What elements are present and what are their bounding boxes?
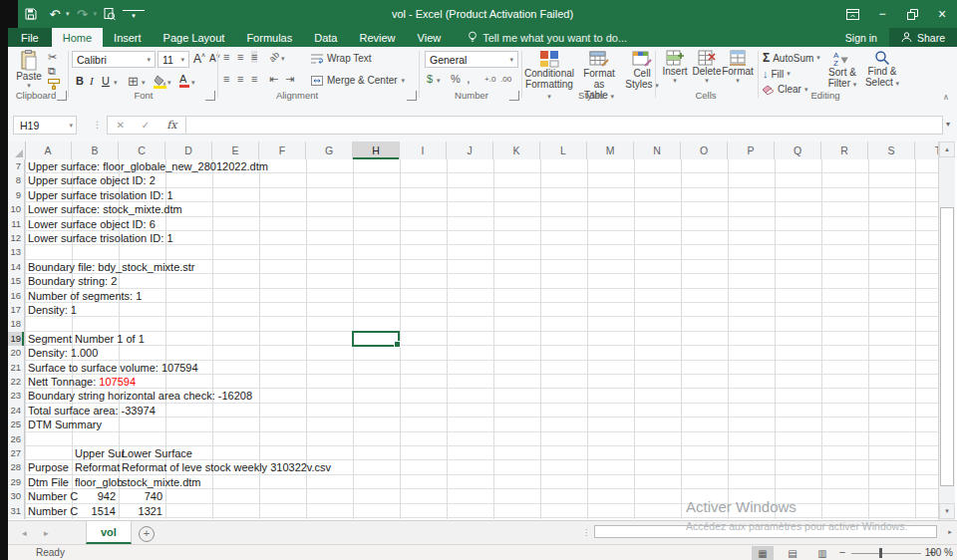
font-dialog-launcher[interactable]: [205, 91, 215, 101]
view-page-layout-icon[interactable]: ▤: [782, 546, 803, 560]
column-header-B[interactable]: B: [72, 141, 119, 159]
format-cells-button[interactable]: Format ▾: [722, 50, 754, 85]
column-header-K[interactable]: K: [493, 141, 540, 159]
cell-A14[interactable]: Boundary file: bdy_stock_mixte.str: [28, 260, 195, 274]
column-header-M[interactable]: M: [587, 141, 634, 159]
column-header-I[interactable]: I: [400, 141, 447, 159]
vertical-scrollbar[interactable]: ▴ ▾: [938, 141, 955, 520]
row-header-29[interactable]: 29: [8, 475, 24, 489]
zoom-slider-track[interactable]: [851, 553, 921, 554]
cell-A9[interactable]: Upper surface trisolation ID: 1: [28, 188, 173, 202]
column-header-C[interactable]: C: [119, 141, 165, 159]
tab-home[interactable]: Home: [52, 28, 103, 47]
row-header-22[interactable]: 22: [8, 375, 24, 389]
view-normal-icon[interactable]: ▦: [752, 546, 774, 560]
column-header-G[interactable]: G: [306, 141, 353, 159]
increase-decimal-icon[interactable]: +.0: [484, 74, 495, 86]
cancel-icon[interactable]: ✕: [116, 120, 124, 131]
scroll-up-icon[interactable]: ▴: [939, 141, 955, 157]
row-header-28[interactable]: 28: [8, 460, 24, 474]
number-dialog-launcher[interactable]: [509, 91, 519, 101]
sheet-grid[interactable]: 7891011121314151617181920212223242526272…: [8, 159, 938, 519]
row-header-24[interactable]: 24: [8, 404, 24, 418]
wrap-text-button[interactable]: Wrap Text: [311, 53, 372, 64]
tell-me-box[interactable]: Tell me what you want to do...: [468, 28, 627, 47]
find-select-button[interactable]: Find &Select ▾: [863, 50, 901, 89]
column-header-H[interactable]: H: [353, 141, 400, 159]
cell-A28[interactable]: Purpose: [28, 460, 69, 474]
horizontal-scroll-thumb[interactable]: [594, 525, 937, 538]
tab-formulas[interactable]: Formulas: [235, 28, 303, 47]
redo-dropdown-icon[interactable]: ▾: [94, 10, 98, 18]
cell-A23[interactable]: Boundary string horizontal area check: -…: [28, 389, 252, 403]
row-header-10[interactable]: 10: [8, 202, 24, 216]
column-header-J[interactable]: J: [447, 141, 493, 159]
cell-A17[interactable]: Density: 1: [28, 303, 77, 317]
row-header-14[interactable]: 14: [8, 260, 24, 274]
new-sheet-button[interactable]: +: [139, 526, 155, 542]
column-header-T[interactable]: T: [915, 141, 938, 159]
decrease-indent-icon[interactable]: ⇤: [269, 73, 278, 85]
borders-dropdown-icon[interactable]: ▾: [142, 79, 146, 87]
shrink-font-button[interactable]: A˅: [209, 53, 220, 64]
underline-button[interactable]: U: [102, 75, 110, 87]
row-header-7[interactable]: 7: [8, 159, 24, 173]
font-size-combobox[interactable]: 11▾: [158, 51, 189, 68]
font-color-icon[interactable]: A: [179, 73, 186, 85]
comma-style-icon[interactable]: ,: [467, 73, 471, 85]
row-header-31[interactable]: 31: [8, 504, 24, 518]
row-header-17[interactable]: 17: [8, 303, 24, 317]
cell-A29[interactable]: Dtm File: [28, 475, 69, 489]
cell-A11[interactable]: Lower surface object ID: 6: [28, 217, 156, 231]
sheet-nav-left-icon[interactable]: ◂: [22, 521, 27, 545]
cell-C30[interactable]: 740: [119, 489, 162, 503]
row-header-13[interactable]: 13: [8, 245, 24, 259]
zoom-slider-thumb[interactable]: [879, 548, 882, 558]
view-page-break-icon[interactable]: ▥: [811, 546, 833, 560]
delete-cells-button[interactable]: Delete ▾: [692, 50, 722, 85]
formula-input[interactable]: [185, 116, 943, 135]
italic-button[interactable]: I: [90, 75, 94, 87]
autosum-button[interactable]: Σ AutoSum ▾: [763, 51, 820, 65]
row-header-23[interactable]: 23: [8, 389, 24, 403]
cell-B31[interactable]: 1514: [72, 504, 116, 518]
tab-file[interactable]: File: [8, 28, 52, 47]
align-center-icon[interactable]: ≡: [237, 73, 243, 85]
row-header-12[interactable]: 12: [8, 231, 24, 245]
undo-icon[interactable]: ↶: [44, 3, 66, 25]
font-color-dropdown-icon[interactable]: ▾: [191, 79, 195, 87]
cut-icon[interactable]: ✂: [48, 51, 57, 63]
fill-color-dropdown-icon[interactable]: ▾: [167, 79, 171, 87]
collapse-ribbon-icon[interactable]: ∧: [943, 93, 949, 102]
row-header-15[interactable]: 15: [8, 274, 24, 288]
column-header-A[interactable]: A: [25, 141, 72, 159]
row-header-21[interactable]: 21: [8, 361, 24, 375]
row-header-18[interactable]: 18: [8, 317, 24, 331]
merge-center-button[interactable]: Merge & Center ▾: [311, 75, 405, 86]
orientation-dropdown-icon[interactable]: ▾: [281, 55, 285, 63]
column-header-N[interactable]: N: [634, 141, 681, 159]
cell-B28[interactable]: Reformat: [75, 460, 120, 474]
align-right-icon[interactable]: ≡: [251, 73, 257, 85]
alignment-dialog-launcher[interactable]: [407, 91, 417, 101]
underline-dropdown-icon[interactable]: ▾: [114, 79, 118, 87]
fill-button[interactable]: ↓ Fill ▾: [763, 68, 791, 80]
select-all-corner[interactable]: [8, 141, 26, 159]
close-button[interactable]: ×: [927, 0, 957, 28]
align-left-icon[interactable]: ≡: [223, 73, 229, 85]
share-button[interactable]: Share: [889, 28, 957, 47]
format-painter-icon[interactable]: [48, 79, 60, 90]
cell-A22[interactable]: Nett Tonnage: 107594: [28, 375, 136, 389]
sign-in-button[interactable]: Sign in: [833, 28, 889, 47]
cell-A21[interactable]: Surface to surface volume: 107594: [28, 361, 198, 375]
row-header-20[interactable]: 20: [8, 346, 24, 360]
scroll-down-icon[interactable]: ▾: [939, 503, 955, 519]
column-header-L[interactable]: L: [540, 141, 587, 159]
row-header-11[interactable]: 11: [8, 217, 24, 231]
sheet-tab-vol[interactable]: vol: [86, 521, 132, 544]
fill-color-icon[interactable]: [154, 75, 166, 87]
row-header-25[interactable]: 25: [8, 418, 24, 431]
ribbon-display-options-icon[interactable]: [837, 0, 867, 28]
cell-A19[interactable]: Segment Number 1 of 1: [28, 332, 145, 346]
column-header-Q[interactable]: Q: [775, 141, 821, 159]
